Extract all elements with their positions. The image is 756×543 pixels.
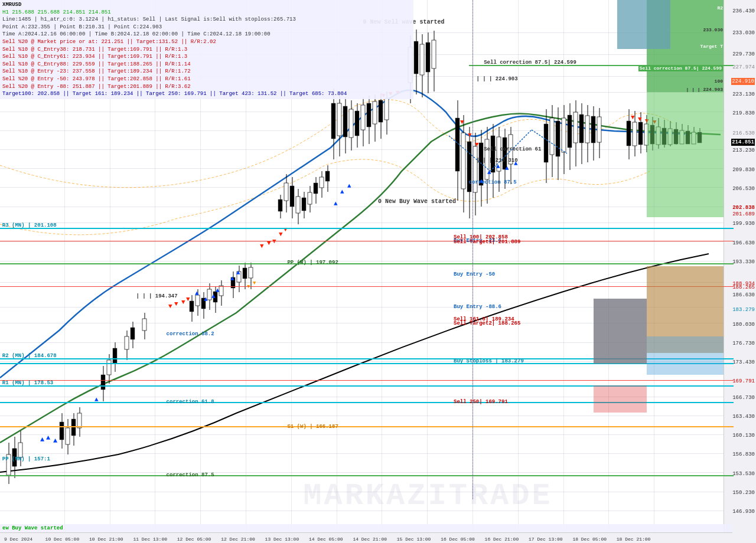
time-dec14-21: 14 Dec 21:00: [353, 537, 387, 542]
svg-rect-129: [585, 116, 589, 143]
svg-rect-69: [343, 106, 347, 137]
zone-blue: [647, 336, 724, 374]
targets-info: Target100: 202.858 || Target 161: 189.23…: [2, 90, 411, 98]
level-correction-875-bottom: [0, 475, 734, 476]
svg-text:▼: ▼: [174, 300, 178, 308]
target-t-label: Target T: [700, 44, 723, 49]
price-163430: 163.430: [732, 414, 755, 420]
svg-rect-37: [219, 286, 223, 296]
time-dec17-13: 17 Dec 13:00: [529, 537, 563, 542]
pp-mn-label: PP (MN) | 157:1: [2, 456, 50, 462]
price-173430: 173.430: [732, 359, 755, 365]
price-194-label: | | | 194.347: [136, 293, 177, 299]
price-219830: 219.830: [732, 110, 755, 116]
time-dec9: 9 Dec 2024: [4, 537, 32, 542]
svg-rect-23: [131, 328, 135, 339]
time-dec10-05: 10 Dec 05:00: [45, 537, 80, 542]
time-dec11-13: 11 Dec 13:00: [133, 537, 167, 542]
svg-rect-7: [60, 422, 64, 440]
sell-signal-6: Sell %20 @ Entry -50: 243.978 || Target:…: [2, 76, 411, 83]
price-224910-highlight: 224.910: [731, 78, 755, 85]
svg-rect-55: [302, 198, 306, 211]
times-info: Time A:2024.12.16 06:00:00 | Time B:2024…: [2, 31, 411, 38]
svg-text:▼: ▼: [181, 299, 185, 306]
price-223130: 223.130: [732, 91, 755, 97]
svg-text:▲: ▲: [236, 269, 240, 276]
svg-text:▼: ▼: [638, 116, 642, 123]
time-dec10-21: 10 Dec 21:00: [89, 537, 123, 542]
wave-status-text: ew Buy Wave started: [2, 525, 63, 531]
svg-text:▲: ▲: [53, 437, 58, 445]
svg-text:▼: ▼: [468, 132, 472, 139]
svg-rect-59: [314, 183, 318, 194]
svg-text:▲: ▲: [334, 200, 338, 207]
svg-text:▲: ▲: [40, 436, 45, 444]
svg-rect-15: [101, 375, 105, 390]
sell-signal-7: Sell %20 @ Entry -88: 251.887 || Target:…: [2, 83, 411, 91]
svg-rect-61: [320, 177, 324, 188]
zone-gray: [594, 299, 647, 364]
svg-rect-87: [414, 41, 418, 74]
level-r3: [0, 228, 734, 229]
svg-rect-21: [125, 336, 129, 349]
price-176730: 176.730: [732, 341, 755, 346]
svg-text:▲: ▲: [496, 163, 500, 170]
price-227974: 227.974: [732, 64, 755, 70]
svg-rect-5: [18, 443, 22, 457]
svg-rect-73: [355, 111, 359, 136]
price-156830: 156.830: [732, 452, 755, 457]
buy-entry-88-label: Buy Entry -88.6: [454, 304, 501, 310]
sell-t2-label: Sell Target2| 188.265: [454, 320, 520, 326]
price-183279: 183.279: [732, 307, 755, 313]
price-206530: 206.530: [732, 186, 755, 192]
svg-rect-139: [638, 122, 643, 145]
sell-correction-label: Sell correction 87.5| 224.599: [638, 65, 723, 71]
sell-signal-2: Sell %10 @ C_Entry38: 218.731 || Target:…: [2, 46, 411, 54]
svg-rect-83: [384, 99, 389, 120]
svg-rect-119: [556, 121, 560, 156]
svg-rect-137: [633, 122, 637, 146]
time-axis: 9 Dec 2024 10 Dec 05:00 10 Dec 21:00 11 …: [0, 532, 732, 543]
svg-rect-101: [473, 146, 477, 192]
svg-rect-77: [367, 103, 371, 127]
sell-signal-4: Sell %10 @ C_Entry88: 229.559 || Target:…: [2, 61, 411, 68]
svg-text:▼: ▼: [272, 238, 276, 245]
price-188265: 188.265: [732, 284, 755, 290]
svg-rect-51: [290, 186, 294, 207]
price-209830: 209.830: [732, 167, 755, 173]
svg-text:▼: ▼: [460, 119, 464, 126]
buy-stoploss-label: Buy Stoploss | 183.279: [454, 358, 524, 364]
time-dec15-13: 15 Dec 13:00: [397, 537, 431, 542]
zone-red: [594, 385, 647, 413]
svg-rect-57: [308, 192, 312, 204]
zone-green-mid: [647, 92, 724, 217]
svg-rect-63: [325, 171, 330, 181]
svg-text:▲: ▲: [216, 287, 220, 294]
svg-text:▼: ▼: [186, 296, 190, 303]
points-info: Point A:232.355 | Point B:210.31 | Point…: [2, 24, 411, 31]
svg-rect-121: [562, 118, 566, 152]
price-193330: 193.330: [732, 259, 755, 265]
svg-text:▲: ▲: [487, 169, 491, 176]
svg-text:▼: ▼: [168, 303, 172, 310]
svg-rect-97: [461, 133, 465, 189]
time-dec14-05: 14 Dec 05:00: [309, 537, 343, 542]
price-166730: 166.730: [732, 395, 755, 401]
price-196630: 196.630: [732, 240, 755, 246]
svg-rect-127: [579, 115, 584, 143]
svg-rect-117: [550, 118, 554, 155]
svg-rect-33: [207, 289, 211, 300]
price-216530: 216.530: [732, 130, 755, 136]
svg-text:▼: ▼: [253, 280, 256, 286]
svg-rect-81: [379, 100, 383, 122]
svg-rect-43: [243, 268, 247, 279]
price-100: 100: [715, 78, 723, 84]
svg-text:▼: ▼: [475, 141, 479, 148]
svg-text:▲: ▲: [340, 188, 344, 195]
svg-rect-91: [426, 42, 430, 72]
svg-text:▼: ▼: [631, 114, 635, 121]
chart-container: MARKAZITRADE: [0, 0, 756, 543]
s1-w-label: S1 (W) | 166.187: [287, 424, 338, 430]
price-180030: 180.030: [732, 322, 755, 328]
time-dec13-13: 13 Dec 13:00: [265, 537, 299, 542]
